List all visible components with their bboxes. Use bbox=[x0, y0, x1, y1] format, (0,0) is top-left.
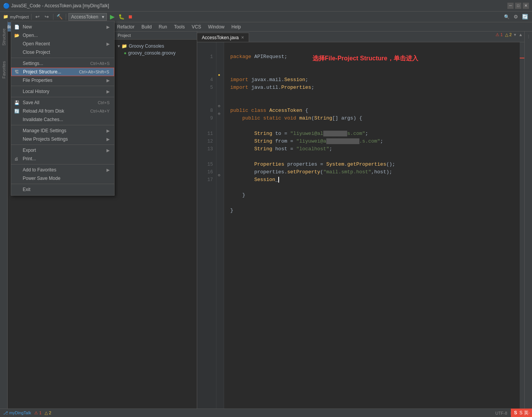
scroll-indicator[interactable] bbox=[520, 42, 524, 409]
menu-local-history[interactable]: Local History ▶ bbox=[11, 87, 114, 96]
maximize-button[interactable]: □ bbox=[515, 3, 521, 9]
code-line bbox=[230, 45, 524, 53]
tab-close-icon[interactable]: ✕ bbox=[241, 35, 244, 40]
toolbar-separator-2 bbox=[53, 14, 53, 20]
scroll-error-marker bbox=[520, 58, 524, 58]
folder-icon: 📁 bbox=[121, 43, 127, 49]
menu-add-favorites[interactable]: Add to Favorites ▶ bbox=[11, 166, 114, 174]
expand-errors-icon[interactable]: ▾ bbox=[514, 32, 516, 37]
favorites-tab[interactable]: Favorites bbox=[2, 61, 6, 78]
menu-invalidate[interactable]: Invalidate Caches... bbox=[11, 115, 114, 124]
open-icon: 📂 bbox=[14, 33, 20, 38]
tab-label: AccessToken.java bbox=[202, 35, 239, 40]
warning-gutter-icon: ● bbox=[218, 73, 220, 77]
code-line-15: Properties properties = System.getProper… bbox=[230, 161, 524, 168]
menu-export[interactable]: Export ▶ bbox=[11, 146, 114, 155]
menu-new-projects-settings[interactable]: New Projects Settings ▶ bbox=[11, 135, 114, 143]
menu-new[interactable]: 📄 New ▶ bbox=[11, 23, 114, 31]
close-button[interactable]: ✕ bbox=[523, 3, 529, 9]
code-content: 1 4 5 8 9 11 12 13 15 16 17 bbox=[197, 42, 524, 409]
build-button[interactable]: 🔨 bbox=[56, 13, 63, 21]
settings-button[interactable]: ⚙ bbox=[512, 13, 520, 21]
menu-power-save[interactable]: Power Save Mode bbox=[11, 174, 114, 183]
fold-icon-method[interactable]: ⊖ bbox=[218, 111, 220, 116]
groovy-consoles-folder[interactable]: ▾ 📁 Groovy Consoles bbox=[116, 43, 195, 50]
gutter: ● ⊖ ⊖ ⊖ bbox=[216, 42, 224, 409]
menu-settings[interactable]: Settings... Ctrl+Alt+S bbox=[11, 59, 114, 68]
status-git: ⎇ myDingTalk bbox=[3, 410, 31, 415]
reload-icon: 🔄 bbox=[14, 109, 20, 114]
code-line-blank2 bbox=[230, 199, 524, 207]
undo-button[interactable]: ↩ bbox=[34, 13, 42, 21]
menu-window[interactable]: Window bbox=[205, 22, 228, 32]
run-config-label: AccessToken bbox=[71, 14, 98, 20]
code-line-3 bbox=[230, 68, 524, 76]
left-vertical-tabs: Structure Favorites bbox=[0, 21, 8, 409]
fold-icon-close[interactable]: ⊖ bbox=[218, 173, 220, 178]
run-config-arrow: ▾ bbox=[102, 14, 104, 20]
right-icon-1[interactable]: ⋮ bbox=[525, 33, 532, 39]
stop-button[interactable]: ⏹ bbox=[127, 13, 135, 21]
menu-run[interactable]: Run bbox=[156, 22, 170, 32]
code-line-9: public static void main(String[] args) { bbox=[230, 115, 524, 122]
menu-vcs[interactable]: VCS bbox=[189, 22, 204, 32]
groovy-file-icon: ● bbox=[124, 50, 126, 56]
search-button[interactable]: 🔍 bbox=[503, 13, 510, 21]
sep-7 bbox=[11, 184, 114, 184]
code-line-7 bbox=[230, 99, 524, 107]
project-panel-header: Project bbox=[115, 32, 197, 40]
title-bar-title: JavaSE_Code - AccessToken.java [myDingTa… bbox=[11, 3, 109, 8]
run-button[interactable]: ▶ bbox=[108, 13, 116, 21]
menu-build[interactable]: Build bbox=[138, 22, 155, 32]
sep-4 bbox=[11, 125, 114, 125]
collapse-editor-icon[interactable]: ▲ bbox=[519, 32, 523, 37]
menu-exit[interactable]: Exit bbox=[11, 185, 114, 194]
project-tree: ▾ 📁 Groovy Consoles ● groovy_console.gro… bbox=[115, 40, 197, 60]
expand-icon: ▾ bbox=[118, 43, 120, 49]
update-button[interactable]: 🔄 bbox=[521, 13, 529, 21]
run-config-dropdown[interactable]: AccessToken ▾ bbox=[68, 13, 107, 21]
status-bar: ⎇ myDingTalk ⚠ 1 △ 2 UTF-8 LF 17:16 bbox=[0, 409, 532, 417]
menu-help[interactable]: Help bbox=[228, 22, 244, 32]
error-badge: ⚠ 1 bbox=[495, 32, 503, 37]
editor-area: AccessToken.java ✕ ⚠ 1 △ 2 ▾ ▲ 1 4 5 bbox=[197, 32, 524, 409]
menu-file-properties[interactable]: File Properties ▶ bbox=[11, 76, 114, 85]
error-indicators: ⚠ 1 △ 2 ▾ ▲ bbox=[495, 32, 523, 37]
fold-icon-class[interactable]: ⊖ bbox=[218, 104, 220, 108]
menu-print[interactable]: 🖨 Print... bbox=[11, 155, 114, 163]
minimize-button[interactable]: ─ bbox=[507, 3, 514, 9]
menu-manage-ide[interactable]: Manage IDE Settings ▶ bbox=[11, 126, 114, 135]
menu-project-structure[interactable]: 🏗 Project Structure... Ctrl+Alt+Shift+S bbox=[11, 68, 114, 76]
editor-tab-accesstoken[interactable]: AccessToken.java ✕ bbox=[197, 33, 249, 42]
menu-reload[interactable]: 🔄 Reload All from Disk Ctrl+Alt+Y bbox=[11, 107, 114, 115]
code-line-2 bbox=[230, 61, 524, 68]
groovy-console-file[interactable]: ● groovy_console.groovy bbox=[116, 50, 195, 56]
code-line-4: import javax.mail.Session; bbox=[230, 76, 524, 84]
code-line-13: String host = "localhost"; bbox=[230, 145, 524, 153]
menu-open[interactable]: 📂 Open... bbox=[11, 31, 114, 40]
title-bar-left: 🔵 JavaSE_Code - AccessToken.java [myDing… bbox=[3, 3, 109, 9]
project-panel: Project ▾ 📁 Groovy Consoles ● groovy_con… bbox=[115, 32, 197, 409]
menu-open-recent[interactable]: Open Recent ▶ bbox=[11, 40, 114, 48]
code-line-14 bbox=[230, 153, 524, 161]
status-errors: ⚠ 1 bbox=[34, 410, 42, 415]
menu-refactor[interactable]: Refactor bbox=[114, 22, 138, 32]
redo-button[interactable]: ↪ bbox=[43, 13, 51, 21]
groovy-file-label: groovy_console.groovy bbox=[128, 50, 175, 56]
ime-brand: S bbox=[513, 410, 518, 415]
app-icon: 🔵 bbox=[3, 3, 10, 9]
code-lines[interactable]: package APIRequest; import javax.mail.Se… bbox=[224, 42, 524, 409]
search-area: 🔍 ⚙ 🔄 bbox=[503, 13, 529, 21]
code-line-1: package APIRequest; bbox=[230, 53, 524, 61]
title-bar-controls: ─ □ ✕ bbox=[507, 3, 529, 9]
structure-tab[interactable]: Structure bbox=[2, 28, 6, 46]
code-line-blank bbox=[230, 184, 524, 191]
menu-save-all[interactable]: 💾 Save All Ctrl+S bbox=[11, 98, 114, 107]
debug-button[interactable]: 🐛 bbox=[118, 13, 125, 21]
code-line-19: } bbox=[230, 207, 524, 214]
menu-close-project[interactable]: Close Project bbox=[11, 48, 114, 56]
code-line-12: String from = "liyuwei@a█ █ █████ █.s.co… bbox=[230, 138, 524, 145]
code-line-16: properties.setProperty("mail.smtp.host",… bbox=[230, 168, 524, 176]
menu-tools[interactable]: Tools bbox=[171, 22, 188, 32]
ime-indicator[interactable]: S S 英· bbox=[511, 409, 532, 417]
